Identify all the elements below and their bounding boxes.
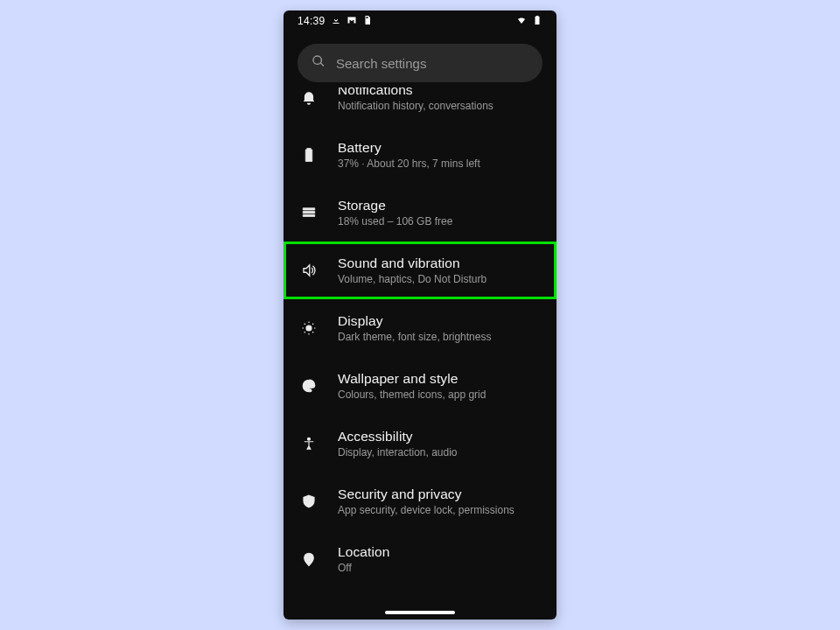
item-subtitle: 18% used – 106 GB free (338, 215, 452, 228)
item-title: Battery (338, 140, 480, 156)
svg-point-4 (308, 438, 311, 440)
status-bar: 14:39 (284, 10, 556, 32)
battery-icon (532, 15, 542, 28)
item-title: Storage (338, 198, 452, 214)
svg-point-3 (311, 384, 312, 386)
item-title: Location (338, 544, 389, 560)
settings-item-notifications[interactable]: Notifications Notification history, conv… (284, 88, 556, 126)
item-subtitle: Dark theme, font size, brightness (338, 331, 491, 343)
sim-icon (362, 15, 373, 28)
settings-item-storage[interactable]: Storage 18% used – 106 GB free (284, 184, 556, 242)
bell-icon (299, 89, 318, 105)
item-title: Security and privacy (338, 486, 514, 502)
gmail-icon (346, 15, 357, 28)
shield-icon (299, 494, 318, 509)
svg-point-1 (305, 384, 307, 386)
item-title: Accessibility (338, 429, 458, 444)
svg-point-0 (306, 326, 312, 331)
accessibility-icon (299, 436, 318, 452)
palette-icon (299, 378, 318, 394)
svg-point-5 (307, 556, 311, 560)
wifi-icon (516, 15, 527, 28)
settings-item-battery[interactable]: Battery 37% · About 20 hrs, 7 mins left (284, 126, 556, 184)
home-indicator[interactable] (385, 611, 455, 614)
search-icon (312, 54, 326, 72)
item-subtitle: Display, interaction, audio (338, 446, 458, 458)
settings-item-sound[interactable]: Sound and vibration Volume, haptics, Do … (284, 242, 556, 299)
item-title: Sound and vibration (338, 256, 486, 271)
item-subtitle: Volume, haptics, Do Not Disturb (338, 273, 486, 285)
settings-item-accessibility[interactable]: Accessibility Display, interaction, audi… (284, 415, 556, 472)
sound-icon (299, 262, 318, 278)
clock: 14:39 (298, 15, 326, 27)
settings-item-display[interactable]: Display Dark theme, font size, brightnes… (284, 299, 556, 357)
settings-list[interactable]: Notifications Notification history, conv… (284, 88, 556, 620)
item-subtitle: Colours, themed icons, app grid (338, 388, 486, 401)
display-icon (299, 320, 318, 336)
battery-icon (299, 147, 318, 163)
settings-item-security[interactable]: Security and privacy App security, devic… (284, 472, 556, 530)
settings-item-wallpaper[interactable]: Wallpaper and style Colours, themed icon… (284, 357, 556, 415)
phone-frame: 14:39 Search settings Notifications Noti… (284, 10, 556, 620)
settings-item-location[interactable]: Location Off (284, 530, 556, 588)
item-subtitle: App security, device lock, permissions (338, 504, 514, 516)
search-placeholder: Search settings (336, 56, 426, 71)
svg-point-2 (308, 382, 310, 384)
item-title: Wallpaper and style (338, 371, 486, 387)
search-settings[interactable]: Search settings (298, 44, 542, 82)
download-icon (331, 15, 341, 28)
storage-icon (299, 205, 318, 220)
item-title: Display (338, 313, 491, 329)
item-subtitle: Off (338, 562, 389, 574)
item-subtitle: 37% · About 20 hrs, 7 mins left (338, 158, 480, 170)
location-icon (299, 551, 318, 567)
item-title: Notifications (338, 88, 494, 98)
item-subtitle: Notification history, conversations (338, 100, 494, 112)
